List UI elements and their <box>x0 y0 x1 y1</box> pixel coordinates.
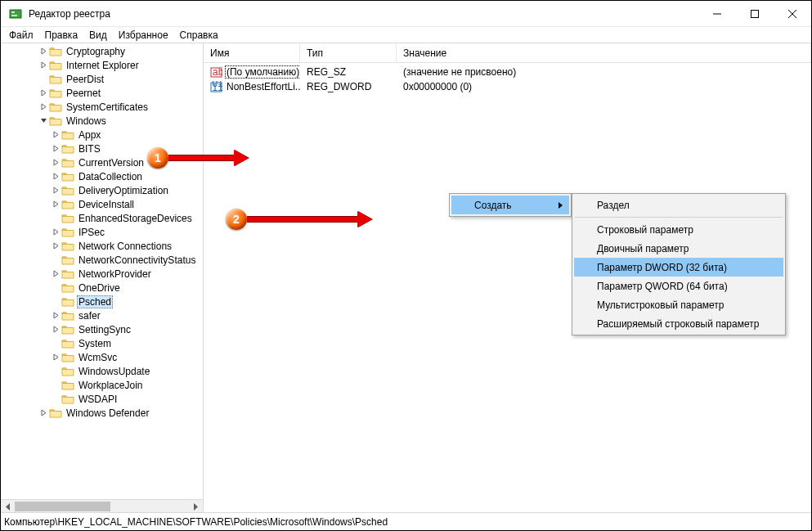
tree-item[interactable]: SettingSync <box>1 322 203 336</box>
tree-item[interactable]: PeerDist <box>1 72 203 86</box>
collapse-icon[interactable] <box>38 117 49 124</box>
tree-item[interactable]: DeliveryOptimization <box>1 183 203 197</box>
tree-item[interactable]: NetworkProvider <box>1 267 203 281</box>
tree-item[interactable]: Windows Defender <box>1 406 203 420</box>
ctx-new-multistring[interactable]: Мультистроковый параметр <box>574 295 783 314</box>
list-row[interactable]: ab(По умолчанию)REG_SZ(значение не присв… <box>204 65 811 79</box>
maximize-button[interactable] <box>736 1 774 26</box>
expand-icon[interactable] <box>50 187 61 194</box>
registry-tree[interactable]: CryptographyInternet ExplorerPeerDistPee… <box>1 43 203 498</box>
callout-2: 2 <box>226 209 372 230</box>
tree-item[interactable]: Psched <box>1 295 203 308</box>
callout-1: 1 <box>147 147 249 169</box>
tree-item[interactable]: DeviceInstall <box>1 197 203 211</box>
tree-item-label: Psched <box>77 295 113 308</box>
expand-icon[interactable] <box>50 270 61 277</box>
titlebar: Редактор реестра <box>1 1 811 27</box>
col-type[interactable]: Тип <box>300 43 397 62</box>
col-value[interactable]: Значение <box>397 43 811 62</box>
scroll-thumb[interactable] <box>15 502 110 511</box>
context-menu-create: Создать <box>449 193 572 217</box>
tree-item[interactable]: WcmSvc <box>1 350 203 364</box>
menu-view[interactable]: Вид <box>84 28 112 43</box>
folder-icon <box>61 185 74 196</box>
folder-icon <box>61 241 74 252</box>
arrow-1-head-icon <box>234 150 249 166</box>
tree-item[interactable]: IPSec <box>1 225 203 239</box>
expand-icon[interactable] <box>38 409 49 416</box>
ctx-new-expandstring[interactable]: Расширяемый строковый параметр <box>574 314 783 333</box>
tree-item[interactable]: Cryptography <box>1 44 203 58</box>
folder-icon <box>49 101 62 113</box>
ctx-new-qword[interactable]: Параметр QWORD (64 бита) <box>574 277 783 295</box>
tree-item[interactable]: WSDAPI <box>1 392 203 406</box>
expand-icon[interactable] <box>50 145 61 152</box>
tree-h-scrollbar[interactable] <box>1 499 203 513</box>
svg-rect-4 <box>751 10 759 17</box>
tree-item-label: Cryptography <box>65 46 127 57</box>
ctx-new-key[interactable]: Раздел <box>574 196 783 214</box>
expand-icon[interactable] <box>50 159 61 166</box>
folder-icon <box>61 213 74 224</box>
scroll-left-icon[interactable] <box>1 500 15 513</box>
folder-icon <box>61 171 74 182</box>
expand-icon[interactable] <box>38 89 49 97</box>
folder-icon <box>61 268 74 280</box>
tree-item[interactable]: Windows <box>1 114 203 128</box>
tree-item[interactable]: Internet Explorer <box>1 58 203 72</box>
ctx-new-dword[interactable]: Параметр DWORD (32 бита) <box>574 258 783 277</box>
arrow-1-shaft <box>168 155 234 161</box>
tree-item-label: Peernet <box>65 88 102 99</box>
tree-item[interactable]: SystemCertificates <box>1 100 203 114</box>
folder-icon <box>49 115 62 127</box>
expand-icon[interactable] <box>50 131 61 138</box>
tree-item[interactable]: EnhancedStorageDevices <box>1 211 203 225</box>
close-button[interactable] <box>774 1 811 26</box>
ctx-create[interactable]: Создать <box>451 196 569 214</box>
badge-1: 1 <box>147 147 168 169</box>
tree-item-label: IPSec <box>77 227 106 238</box>
statusbar: Компьютер\HKEY_LOCAL_MACHINE\SOFTWARE\Po… <box>1 512 811 530</box>
tree-item[interactable]: safer <box>1 308 203 322</box>
ctx-new-string[interactable]: Строковый параметр <box>574 220 783 239</box>
expand-icon[interactable] <box>50 312 61 319</box>
folder-icon <box>61 352 74 363</box>
window-title: Редактор реестра <box>29 8 698 20</box>
tree-item[interactable]: Peernet <box>1 86 203 100</box>
list-body[interactable]: ab(По умолчанию)REG_SZ(значение не присв… <box>204 63 811 94</box>
col-name[interactable]: Имя <box>204 43 300 62</box>
expand-icon[interactable] <box>50 173 61 180</box>
tree-item-label: Internet Explorer <box>65 60 141 71</box>
scroll-track[interactable] <box>15 500 189 513</box>
tree-item[interactable]: OneDrive <box>1 281 203 295</box>
tree-item[interactable]: NetworkConnectivityStatus <box>1 253 203 267</box>
expand-icon[interactable] <box>50 200 61 208</box>
tree-item[interactable]: Network Connections <box>1 239 203 253</box>
list-row[interactable]: 011110NonBestEffortLi...REG_DWORD0x00000… <box>204 79 811 94</box>
expand-icon[interactable] <box>38 61 49 69</box>
scroll-right-icon[interactable] <box>189 500 203 513</box>
expand-icon[interactable] <box>50 242 61 250</box>
tree-item[interactable]: WorkplaceJoin <box>1 378 203 392</box>
tree-item[interactable]: System <box>1 336 203 350</box>
menu-file[interactable]: Файл <box>4 28 38 43</box>
expand-icon[interactable] <box>38 47 49 55</box>
tree-item-label: WcmSvc <box>77 352 119 363</box>
expand-icon[interactable] <box>50 326 61 333</box>
svg-rect-1 <box>11 11 15 13</box>
tree-item-label: DeliveryOptimization <box>77 185 170 196</box>
menu-edit[interactable]: Правка <box>40 28 83 43</box>
tree-item[interactable]: DataCollection <box>1 169 203 183</box>
expand-icon[interactable] <box>50 228 61 236</box>
cell-name: 011110NonBestEffortLi... <box>204 81 300 93</box>
expand-icon[interactable] <box>50 353 61 361</box>
folder-icon <box>49 74 62 85</box>
minimize-button[interactable] <box>698 1 736 26</box>
tree-item[interactable]: Appx <box>1 128 203 142</box>
tree-item[interactable]: WindowsUpdate <box>1 364 203 378</box>
menu-help[interactable]: Справка <box>175 28 223 43</box>
ctx-new-binary[interactable]: Двоичный параметр <box>574 239 783 258</box>
value-name: NonBestEffortLi... <box>225 81 300 92</box>
menu-favorites[interactable]: Избранное <box>114 28 173 43</box>
expand-icon[interactable] <box>38 103 49 110</box>
